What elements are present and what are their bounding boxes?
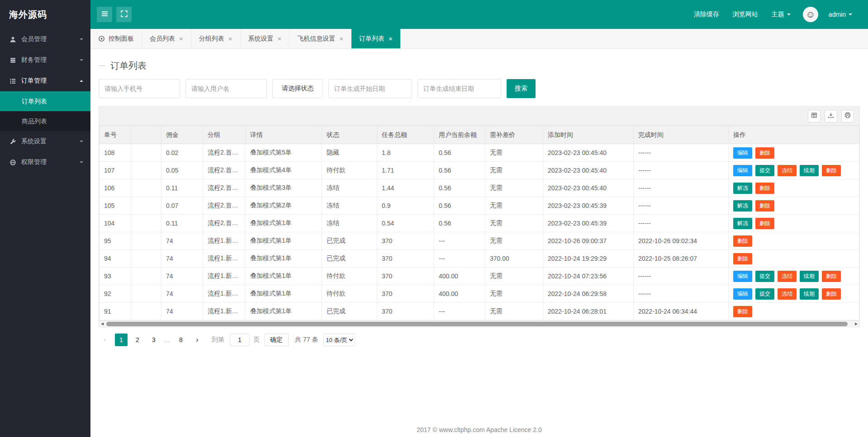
delete-button[interactable]: 删除 xyxy=(822,288,841,300)
table-row: 1040.11流程2.首…叠加模式第1单冻结0.540.56无需2023-02-… xyxy=(100,215,859,232)
order-table-card: 单号佣金分组详情状态任务总额用户当前余额需补差价添加时间完成时间操作 1080.… xyxy=(99,106,860,327)
avatar[interactable]: ☺ xyxy=(803,7,818,22)
jump-page-input[interactable] xyxy=(230,334,250,346)
clear-cache-link[interactable]: 清除缓存 xyxy=(687,10,726,19)
page-8-button[interactable]: 8 xyxy=(175,334,187,346)
page-size-select[interactable]: 10 条/页 xyxy=(323,334,355,346)
phone-input[interactable] xyxy=(99,79,180,98)
close-icon[interactable]: × xyxy=(278,35,282,42)
delete-button[interactable]: 删除 xyxy=(755,218,774,229)
sidebar-item-2[interactable]: 财务管理 xyxy=(0,50,90,70)
jump-page-label: 页 xyxy=(253,336,260,344)
submit-button[interactable]: 提交 xyxy=(755,271,774,282)
table-cell: 2022-10-24 06:28:01 xyxy=(543,303,634,320)
footer-text: 2017 © www.cltphp.com Apache Licence 2.0 xyxy=(90,426,868,433)
page-3-button[interactable]: 3 xyxy=(147,334,160,346)
delete-button[interactable]: 删除 xyxy=(733,306,752,317)
freeze-button[interactable]: 冻结 xyxy=(778,165,797,176)
page-1-button[interactable]: 1 xyxy=(115,334,128,346)
console-icon xyxy=(98,35,105,42)
table-cell: 叠加模式第1单 xyxy=(246,285,322,303)
sidebar-subitem-1[interactable]: 订单列表 xyxy=(0,91,90,111)
menu-toggle-button[interactable] xyxy=(97,7,112,22)
tab-3[interactable]: 分组列表× xyxy=(191,29,241,48)
delete-button[interactable]: 删除 xyxy=(822,271,841,282)
table-cell: ------ xyxy=(634,285,729,303)
next-page-button[interactable]: › xyxy=(191,334,204,346)
sidebar-subitem-2[interactable]: 商品列表 xyxy=(0,111,90,131)
delete-button[interactable]: 删除 xyxy=(733,235,752,247)
print-button[interactable] xyxy=(841,110,854,122)
table-cell: 74 xyxy=(161,232,203,250)
tab-4[interactable]: 系统设置× xyxy=(241,29,290,48)
export-button[interactable] xyxy=(825,110,837,122)
page-head: 订单列表 xyxy=(90,49,868,72)
submit-button[interactable]: 提交 xyxy=(755,165,774,176)
sidebar-item-4[interactable]: 系统设置 xyxy=(0,131,90,152)
user-dropdown[interactable]: admin xyxy=(822,11,859,18)
scroll-left-icon[interactable]: ◀ xyxy=(99,321,105,327)
delete-button[interactable]: 删除 xyxy=(822,165,841,176)
tab-1[interactable]: 控制面板 xyxy=(90,29,142,48)
app-logo: 海外源码 xyxy=(0,0,90,29)
delete-button[interactable]: 删除 xyxy=(733,253,752,264)
table-cell: 74 xyxy=(161,250,203,268)
horizontal-scrollbar[interactable]: ◀ ▶ xyxy=(99,320,859,327)
scrollbar-thumb[interactable] xyxy=(106,322,848,326)
delete-button[interactable]: 删除 xyxy=(755,147,774,159)
theme-dropdown[interactable]: 主题 xyxy=(765,10,797,19)
table-cell: 0.9 xyxy=(377,197,434,215)
sidebar-item-5[interactable]: 权限管理 xyxy=(0,152,90,173)
renew-button[interactable]: 续期 xyxy=(800,288,819,300)
page-2-button[interactable]: 2 xyxy=(131,334,144,346)
edit-button[interactable]: 编辑 xyxy=(733,147,752,159)
edit-button[interactable]: 编辑 xyxy=(733,288,752,300)
confirm-button[interactable]: 确定 xyxy=(264,334,289,346)
delete-button[interactable]: 删除 xyxy=(755,200,774,211)
close-icon[interactable]: × xyxy=(339,35,343,42)
sidebar-item-3[interactable]: 订单管理 xyxy=(0,70,90,91)
search-button[interactable]: 搜索 xyxy=(507,79,536,98)
tab-label: 会员列表 xyxy=(150,35,175,43)
table-cell: 无需 xyxy=(485,285,543,303)
tab-5[interactable]: 飞机信息设置× xyxy=(289,29,351,48)
close-icon[interactable]: × xyxy=(389,35,393,42)
edit-button[interactable]: 编辑 xyxy=(733,271,752,282)
submit-button[interactable]: 提交 xyxy=(755,288,774,300)
renew-button[interactable]: 续期 xyxy=(800,271,819,282)
tab-2[interactable]: 会员列表× xyxy=(142,29,191,48)
username-input[interactable] xyxy=(185,79,267,98)
tab-6[interactable]: 订单列表× xyxy=(351,29,401,48)
filter-columns-button[interactable] xyxy=(808,110,821,122)
table-cell: 2023-02-23 00:45:40 xyxy=(543,162,634,179)
table-cell: 92 xyxy=(100,285,131,303)
renew-button[interactable]: 续期 xyxy=(800,165,819,176)
sidebar-item-label: 财务管理 xyxy=(21,56,47,64)
sidebar-item-1[interactable]: 会员管理 xyxy=(0,29,90,50)
close-icon[interactable]: × xyxy=(228,35,232,42)
sidebar-item-label: 权限管理 xyxy=(21,158,47,166)
tab-label: 控制面板 xyxy=(109,35,134,43)
table-cell: 流程2.首… xyxy=(203,162,246,179)
unfreeze-button[interactable]: 解冻 xyxy=(733,200,752,211)
browse-site-link[interactable]: 浏览网站 xyxy=(726,10,765,19)
table-cell: 108 xyxy=(100,144,131,162)
table-cell: 2023-02-23 00:45:40 xyxy=(543,179,634,197)
start-date-input[interactable] xyxy=(328,79,412,98)
prev-page-button[interactable]: ‹ xyxy=(99,334,111,346)
edit-button[interactable]: 编辑 xyxy=(733,165,752,176)
status-select[interactable]: 请选择状态 xyxy=(272,79,323,98)
table-cell: 流程2.首… xyxy=(203,144,246,162)
freeze-button[interactable]: 冻结 xyxy=(778,271,797,282)
table-cell: ------ xyxy=(634,268,729,285)
table-cell: 91 xyxy=(100,303,131,320)
delete-button[interactable]: 删除 xyxy=(755,183,774,194)
fullscreen-button[interactable] xyxy=(116,7,132,22)
unfreeze-button[interactable]: 解冻 xyxy=(733,218,752,229)
unfreeze-button[interactable]: 解冻 xyxy=(733,183,752,194)
freeze-button[interactable]: 冻结 xyxy=(778,288,797,300)
table-cell: 无需 xyxy=(485,303,543,320)
close-icon[interactable]: × xyxy=(179,35,183,42)
end-date-input[interactable] xyxy=(417,79,501,98)
scroll-right-icon[interactable]: ▶ xyxy=(853,321,859,327)
